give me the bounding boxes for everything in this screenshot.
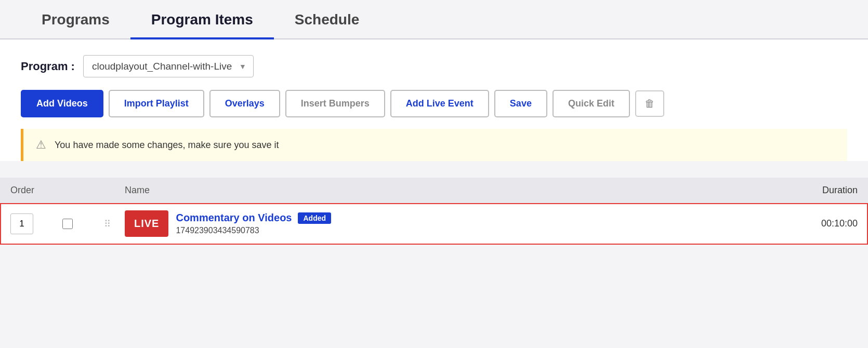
trash-icon: 🗑 (645, 98, 655, 110)
order-number: 1 (10, 213, 33, 234)
drag-handle-icon: ⠿ (104, 218, 111, 230)
row-checkbox[interactable] (62, 219, 73, 229)
added-badge: Added (298, 212, 331, 224)
add-live-event-button[interactable]: Add Live Event (390, 90, 489, 117)
duration-cell: 00:10:00 (754, 218, 858, 229)
section-divider (0, 161, 868, 169)
col-checkbox (62, 185, 104, 196)
main-content: Program : cloudplayout_Channel-with-Live… (0, 39, 868, 161)
tab-programs[interactable]: Programs (21, 0, 130, 39)
add-videos-button[interactable]: Add Videos (21, 90, 103, 117)
program-label: Program : (21, 60, 75, 73)
table-header: Order Name Duration (0, 178, 868, 203)
tab-program-items[interactable]: Program Items (130, 0, 274, 39)
col-name: Name (125, 185, 754, 196)
tab-schedule[interactable]: Schedule (274, 0, 380, 39)
col-duration: Duration (754, 185, 858, 196)
item-name: Commentary on Videos (176, 212, 292, 224)
item-id: 174923903434590783 (176, 226, 331, 235)
program-row: Program : cloudplayout_Channel-with-Live (21, 55, 847, 77)
warning-icon: ⚠ (36, 138, 46, 152)
delete-button[interactable]: 🗑 (635, 90, 664, 117)
overlays-button[interactable]: Overlays (209, 90, 280, 117)
quick-edit-button[interactable]: Quick Edit (553, 90, 630, 117)
warning-message: You have made some changes, make sure yo… (55, 140, 279, 151)
program-select-wrapper[interactable]: cloudplayout_Channel-with-Live (83, 55, 254, 77)
actions-row: Add Videos Import Playlist Overlays Inse… (21, 90, 847, 117)
import-playlist-button[interactable]: Import Playlist (109, 90, 204, 117)
table-container: Order Name Duration 1 ⠿ LIVE Commentary … (0, 178, 868, 245)
insert-bumpers-button[interactable]: Insert Bumpers (285, 90, 385, 117)
col-order: Order (10, 185, 62, 196)
warning-banner: ⚠ You have made some changes, make sure … (21, 129, 847, 161)
save-button[interactable]: Save (494, 90, 547, 117)
name-cell: LIVE Commentary on Videos Added 17492390… (125, 210, 754, 237)
order-cell: 1 (10, 213, 62, 234)
name-info: Commentary on Videos Added 1749239034345… (176, 212, 331, 235)
name-title-row: Commentary on Videos Added (176, 212, 331, 224)
tabs-bar: Programs Program Items Schedule (0, 0, 868, 39)
live-badge: LIVE (125, 210, 168, 237)
drag-cell: ⠿ (104, 218, 125, 230)
col-drag (104, 185, 125, 196)
table-row: 1 ⠿ LIVE Commentary on Videos Added 1749… (0, 203, 868, 245)
program-select[interactable]: cloudplayout_Channel-with-Live (83, 55, 254, 77)
checkbox-cell[interactable] (62, 219, 104, 229)
